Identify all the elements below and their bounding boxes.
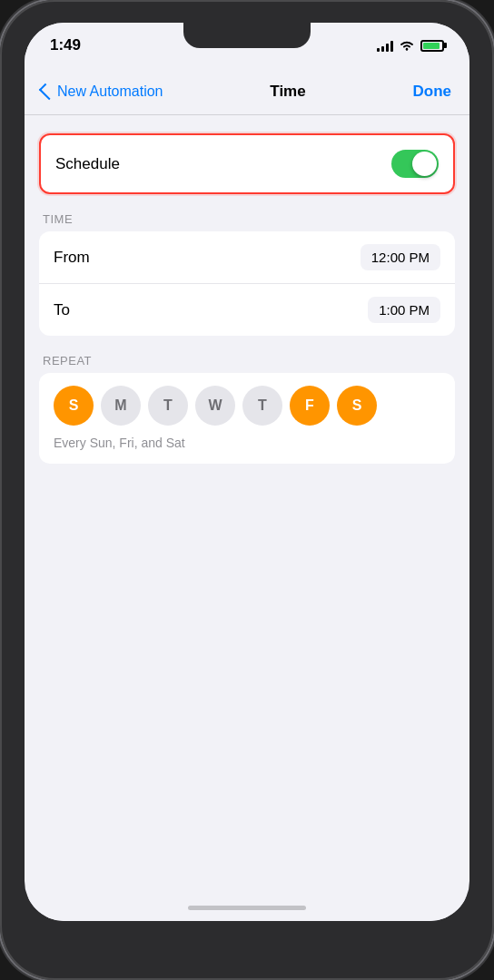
from-label: From <box>54 249 90 267</box>
battery-fill <box>423 43 440 49</box>
day-circle-1[interactable]: M <box>101 386 141 426</box>
status-time: 1:49 <box>50 36 81 54</box>
back-label: New Automation <box>57 83 163 100</box>
days-row: SMTWTFS <box>54 386 440 426</box>
schedule-label: Schedule <box>55 155 120 173</box>
repeat-description: Every Sun, Fri, and Sat <box>54 436 185 450</box>
day-circle-5[interactable]: F <box>290 386 330 426</box>
to-value: 1:00 PM <box>368 297 440 323</box>
chevron-left-icon <box>39 83 55 99</box>
wifi-icon <box>399 39 415 52</box>
svg-point-0 <box>406 48 408 50</box>
status-icons <box>377 39 444 52</box>
notch <box>183 23 311 48</box>
toggle-knob <box>412 152 437 176</box>
battery-icon <box>420 40 444 52</box>
day-circle-2[interactable]: T <box>148 386 188 426</box>
to-row[interactable]: To 1:00 PM <box>39 284 455 336</box>
phone-frame: 1:49 New Automation <box>0 0 494 980</box>
content-area: Schedule TIME From 12:00 PM To 1:00 PM R… <box>25 115 469 898</box>
repeat-section-label: REPEAT <box>39 354 455 368</box>
day-circle-0[interactable]: S <box>54 386 94 426</box>
repeat-card: SMTWTFS Every Sun, Fri, and Sat <box>39 373 455 464</box>
time-card: From 12:00 PM To 1:00 PM <box>39 231 455 336</box>
back-button[interactable]: New Automation <box>43 83 163 100</box>
day-circle-3[interactable]: W <box>195 386 235 426</box>
page-title: Time <box>270 83 305 101</box>
done-button[interactable]: Done <box>412 83 451 101</box>
from-value: 12:00 PM <box>361 244 440 270</box>
to-label: To <box>54 301 70 319</box>
schedule-toggle[interactable] <box>391 150 439 178</box>
signal-icon <box>377 39 393 52</box>
home-indicator <box>25 898 469 921</box>
screen: 1:49 New Automation <box>25 23 469 921</box>
home-bar <box>188 906 306 910</box>
nav-bar: New Automation Time Done <box>25 68 469 115</box>
time-section-label: TIME <box>39 212 455 226</box>
day-circle-4[interactable]: T <box>242 386 282 426</box>
schedule-card: Schedule <box>39 133 455 194</box>
day-circle-6[interactable]: S <box>337 386 377 426</box>
from-row[interactable]: From 12:00 PM <box>39 231 455 284</box>
